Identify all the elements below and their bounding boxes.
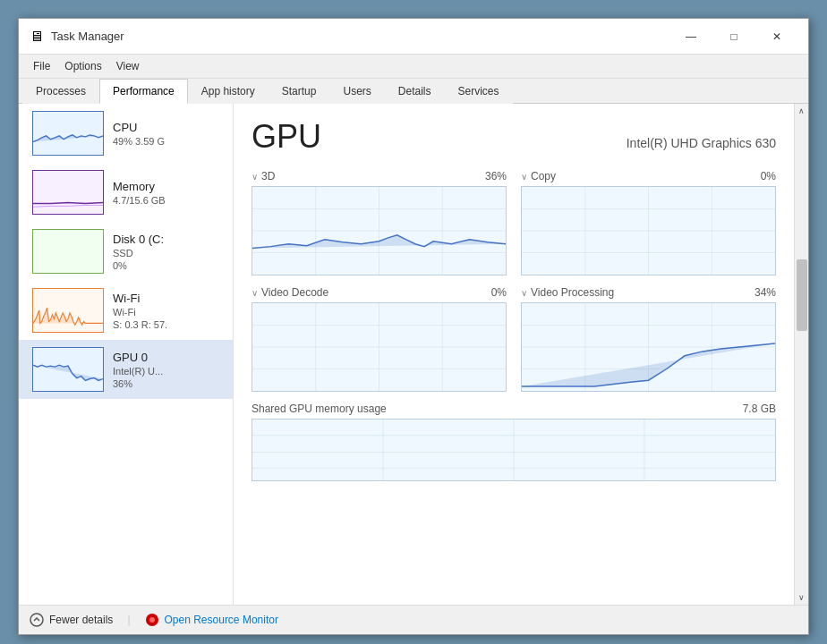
chart-section-copy: ∨ Copy 0% [521, 170, 776, 275]
memory-mini-graph [32, 170, 104, 215]
tab-details[interactable]: Details [385, 79, 445, 104]
tab-processes[interactable]: Processes [22, 79, 99, 104]
memory-info: Memory 4.7/15.6 GB [113, 180, 222, 206]
minimize-button[interactable]: — [670, 22, 712, 51]
tab-services[interactable]: Services [445, 79, 513, 104]
chevron-3d-icon: ∨ [252, 172, 258, 182]
chart-value-videoprocessing: 34% [755, 286, 776, 299]
open-monitor-label: Open Resource Monitor [165, 614, 278, 626]
chart-box-copy [521, 186, 776, 275]
menu-view[interactable]: View [109, 56, 147, 76]
disk-sub1: SSD [113, 248, 222, 258]
chevron-videoprocessing-icon: ∨ [521, 288, 527, 298]
chart-section-3d: ∨ 3D 36% [252, 170, 507, 275]
detail-scrollbar: ∧ ∨ [794, 104, 808, 605]
chevron-videodecode-icon: ∨ [252, 288, 258, 298]
sidebar-item-cpu[interactable]: CPU 49% 3.59 G [19, 104, 233, 163]
gpu-sub2: 36% [113, 378, 222, 389]
shared-memory-section: Shared GPU memory usage 7.8 GB [252, 402, 776, 481]
window-title: Task Manager [51, 30, 124, 43]
gpu-header: GPU Intel(R) UHD Graphics 630 [252, 118, 776, 156]
tab-performance[interactable]: Performance [99, 79, 188, 104]
gpu-sidebar-title: GPU 0 [113, 351, 222, 364]
shared-memory-header: Shared GPU memory usage 7.8 GB [252, 402, 776, 415]
scroll-down-button[interactable]: ∨ [795, 590, 809, 605]
title-controls: — □ ✕ [670, 22, 797, 51]
svg-rect-1 [33, 171, 103, 214]
gpu-model: Intel(R) UHD Graphics 630 [627, 136, 776, 150]
chart-header-videoprocessing: ∨ Video Processing 34% [521, 286, 776, 299]
memory-sub: 4.7/15.6 GB [113, 195, 222, 206]
title-bar: 🖥 Task Manager — □ ✕ [19, 19, 808, 55]
wifi-title: Wi-Fi [113, 292, 222, 305]
scroll-track[interactable] [795, 118, 809, 590]
chart-section-videoprocessing: ∨ Video Processing 34% [521, 286, 776, 392]
menu-bar: File Options View [19, 55, 808, 79]
charts-grid: ∨ 3D 36% [252, 170, 776, 392]
gpu-info: GPU 0 Intel(R) U... 36% [113, 351, 222, 389]
tab-startup[interactable]: Startup [269, 79, 330, 104]
menu-options[interactable]: Options [57, 56, 108, 76]
disk-info: Disk 0 (C: SSD 0% [113, 233, 222, 271]
tab-users[interactable]: Users [329, 79, 384, 104]
detail-panel: GPU Intel(R) UHD Graphics 630 ∨ 3D 36% [234, 104, 794, 605]
disk-title: Disk 0 (C: [113, 233, 222, 246]
gpu-detail-title: GPU [252, 118, 321, 156]
chart-header-3d: ∨ 3D 36% [252, 170, 507, 182]
scroll-thumb[interactable] [797, 259, 807, 331]
chart-box-videodecode [252, 302, 507, 392]
sidebar-item-memory[interactable]: Memory 4.7/15.6 GB [19, 163, 233, 222]
tab-apphistory[interactable]: App history [188, 79, 269, 104]
chart-name-videoprocessing: Video Processing [531, 286, 614, 299]
chart-name-3d: 3D [261, 170, 275, 182]
app-icon: 🖥 [30, 29, 44, 45]
status-bar: Fewer details | Open Resource Monitor [19, 605, 808, 634]
chart-label-3d: ∨ 3D [252, 170, 275, 182]
chart-name-videodecode: Video Decode [261, 286, 328, 299]
sidebar-item-disk[interactable]: Disk 0 (C: SSD 0% [19, 222, 233, 281]
chart-section-videodecode: ∨ Video Decode 0% [252, 286, 507, 392]
fewer-details-icon [30, 613, 44, 627]
fewer-details-label: Fewer details [49, 614, 113, 626]
title-bar-left: 🖥 Task Manager [30, 29, 124, 45]
chart-name-copy: Copy [531, 170, 556, 182]
wifi-sub2: S: 0.3 R: 57. [113, 319, 222, 330]
monitor-icon [145, 613, 159, 627]
cpu-sub: 49% 3.59 G [113, 136, 222, 147]
sidebar-item-wifi[interactable]: Wi-Fi Wi-Fi S: 0.3 R: 57. [19, 281, 233, 340]
svg-point-37 [149, 617, 155, 623]
chart-value-copy: 0% [761, 170, 776, 182]
memory-title: Memory [113, 180, 222, 193]
wifi-sub1: Wi-Fi [113, 307, 222, 318]
sidebar-item-gpu[interactable]: GPU 0 Intel(R) U... 36% [19, 340, 233, 399]
menu-file[interactable]: File [26, 56, 57, 76]
chart-box-3d [252, 186, 507, 275]
cpu-mini-graph [32, 111, 104, 156]
svg-rect-0 [33, 112, 103, 155]
gpu-mini-graph [32, 347, 104, 392]
fewer-details-button[interactable]: Fewer details [30, 613, 113, 627]
wifi-info: Wi-Fi Wi-Fi S: 0.3 R: 57. [113, 292, 222, 330]
svg-point-35 [30, 614, 43, 626]
chart-box-videoprocessing [521, 302, 776, 392]
gpu-sub1: Intel(R) U... [113, 366, 222, 377]
chart-label-videodecode: ∨ Video Decode [252, 286, 328, 299]
shared-memory-label: Shared GPU memory usage [252, 402, 387, 415]
shared-memory-value: 7.8 GB [743, 402, 776, 415]
main-content: CPU 49% 3.59 G Memory 4.7/15.6 GB [19, 104, 808, 605]
disk-mini-graph [32, 229, 104, 274]
tab-bar: Processes Performance App history Startu… [19, 79, 808, 104]
chevron-copy-icon: ∨ [521, 172, 527, 182]
disk-sub2: 0% [113, 260, 222, 271]
scroll-up-button[interactable]: ∧ [795, 104, 809, 118]
task-manager-window: 🖥 Task Manager — □ ✕ File Options View P… [18, 18, 809, 635]
open-resource-monitor-link[interactable]: Open Resource Monitor [145, 613, 278, 627]
chart-label-copy: ∨ Copy [521, 170, 556, 182]
chart-label-videoprocessing: ∨ Video Processing [521, 286, 614, 299]
chart-header-copy: ∨ Copy 0% [521, 170, 776, 182]
close-button[interactable]: ✕ [756, 22, 797, 51]
chart-value-videodecode: 0% [491, 286, 507, 299]
svg-rect-3 [33, 289, 103, 332]
wifi-mini-graph [32, 288, 104, 333]
maximize-button[interactable]: □ [713, 22, 755, 51]
